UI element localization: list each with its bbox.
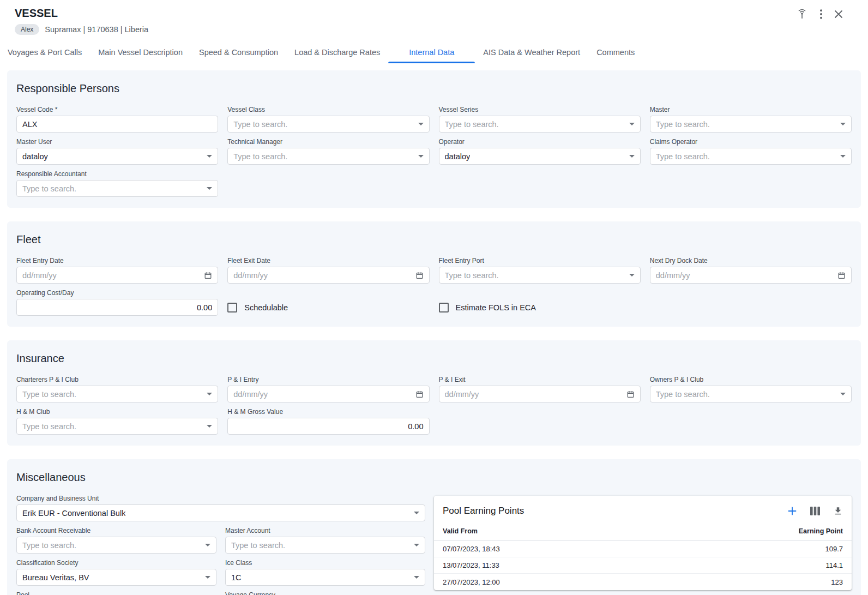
fleet-exit-date-input[interactable]: dd/mm/yy — [227, 267, 429, 284]
field-classification-society: Classification Society Bureau Veritas, B… — [16, 559, 216, 586]
chevron-down-icon — [205, 544, 210, 546]
field-claims-operator: Claims Operator Type to search. — [650, 138, 852, 165]
add-icon[interactable] — [787, 506, 797, 516]
fleet-entry-date-label: Fleet Entry Date — [16, 257, 218, 265]
owner-badge: Alex — [15, 24, 39, 35]
calendar-icon[interactable] — [415, 390, 424, 399]
cell-valid-from: 27/07/2023, 12:00 — [443, 578, 500, 586]
operator-select[interactable]: dataloy — [439, 148, 641, 165]
fleet-entry-port-select[interactable]: Type to search. — [439, 267, 641, 284]
field-schedulable: Schedulable — [227, 299, 429, 316]
close-icon[interactable] — [834, 10, 843, 19]
select-value: dataloy — [445, 152, 471, 161]
field-ice-class: Ice Class 1C — [225, 559, 425, 586]
vessel-series-select[interactable]: Type to search. — [439, 116, 641, 133]
chevron-down-icon — [418, 123, 424, 125]
technical-manager-select[interactable]: Type to search. — [227, 148, 429, 165]
master-select[interactable]: Type to search. — [650, 116, 852, 133]
schedulable-checkbox[interactable] — [227, 303, 237, 312]
company-business-unit-select[interactable]: Erik EUR - Conventional Bulk — [16, 504, 425, 521]
vessel-subtitle: Supramax | 9170638 | Liberia — [45, 25, 148, 34]
fleet-entry-date-input[interactable]: dd/mm/yy — [16, 267, 218, 284]
classification-society-label: Classification Society — [16, 559, 216, 567]
charterers-pi-club-select[interactable]: Type to search. — [16, 386, 218, 402]
date-placeholder: dd/mm/yy — [656, 271, 690, 280]
field-owners-pi-club: Owners P & I Club Type to search. — [650, 376, 852, 402]
bank-account-receivable-select[interactable]: Type to search. — [16, 537, 216, 554]
pi-entry-label: P & I Entry — [227, 376, 429, 383]
calendar-icon[interactable] — [837, 271, 846, 280]
pi-exit-date-input[interactable]: dd/mm/yy — [439, 386, 641, 402]
ice-class-label: Ice Class — [225, 559, 425, 567]
download-icon[interactable] — [833, 506, 843, 516]
field-vessel-code: Vessel Code * — [16, 106, 218, 133]
select-value: Bureau Veritas, BV — [22, 573, 89, 582]
date-placeholder: dd/mm/yy — [233, 271, 268, 280]
calendar-icon[interactable] — [415, 271, 424, 280]
date-placeholder: dd/mm/yy — [445, 390, 479, 399]
tab-ais-data-weather-report[interactable]: AIS Data & Weather Report — [475, 41, 588, 63]
tab-speed-consumption[interactable]: Speed & Consumption — [191, 41, 286, 63]
cell-valid-from: 13/07/2023, 11:33 — [443, 561, 499, 569]
select-value: Erik EUR - Conventional Bulk — [22, 509, 125, 518]
cell-earning-point: 123 — [831, 578, 843, 586]
master-account-select[interactable]: Type to search. — [225, 537, 425, 554]
table-row[interactable]: 27/07/2023, 12:00 123 — [434, 574, 852, 590]
calendar-icon[interactable] — [626, 390, 635, 399]
estimate-fols-in-eca-checkbox[interactable] — [439, 303, 449, 312]
chevron-down-icon — [414, 544, 419, 546]
section-miscellaneous: Miscellaneous Company and Business Unit … — [7, 459, 861, 595]
columns-icon[interactable] — [810, 507, 820, 515]
date-placeholder: dd/mm/yy — [233, 390, 268, 399]
table-row[interactable]: 13/07/2023, 11:33 114.1 — [434, 557, 852, 574]
field-vessel-class: Vessel Class Type to search. — [227, 106, 429, 133]
chevron-down-icon — [414, 576, 419, 579]
vessel-code-input[interactable] — [16, 116, 218, 133]
pi-entry-date-input[interactable]: dd/mm/yy — [227, 386, 429, 402]
header: VESSEL Alex Supramax | 9170638 | Liberia — [0, 0, 868, 35]
master-user-select[interactable]: dataloy — [16, 148, 218, 165]
vessel-summary: Alex Supramax | 9170638 | Liberia — [15, 24, 853, 35]
classification-society-select[interactable]: Bureau Veritas, BV — [16, 569, 216, 586]
hm-club-select[interactable]: Type to search. — [16, 418, 218, 435]
antenna-icon[interactable] — [796, 8, 808, 20]
field-pool: Pool Dry — [16, 591, 216, 595]
select-placeholder: Type to search. — [656, 390, 710, 399]
tab-main-vessel-description[interactable]: Main Vessel Description — [90, 41, 191, 63]
tab-load-discharge-rates[interactable]: Load & Discharge Rates — [286, 41, 388, 63]
section-title: Responsible Persons — [16, 82, 852, 95]
chevron-down-icon — [629, 123, 635, 125]
hm-gross-value-input[interactable] — [227, 418, 429, 435]
pool-label: Pool — [16, 591, 216, 595]
vessel-class-select[interactable]: Type to search. — [227, 116, 429, 133]
tab-comments[interactable]: Comments — [588, 41, 643, 63]
responsible-accountant-select[interactable]: Type to search. — [16, 180, 218, 197]
operating-cost-day-input[interactable] — [16, 299, 218, 316]
claims-operator-label: Claims Operator — [650, 138, 852, 146]
ice-class-select[interactable]: 1C — [225, 569, 425, 586]
select-placeholder: Type to search. — [22, 422, 76, 431]
calendar-icon[interactable] — [204, 271, 212, 280]
chevron-down-icon — [207, 155, 212, 158]
select-placeholder: Type to search. — [233, 152, 287, 161]
kebab-menu-icon[interactable] — [820, 9, 822, 19]
vessel-class-label: Vessel Class — [227, 106, 429, 113]
tab-internal-data[interactable]: Internal Data — [388, 41, 475, 63]
field-charterers-pi-club: Charterers P & I Club Type to search. — [16, 376, 218, 402]
tab-voyages-port-calls[interactable]: Voyages & Port Calls — [0, 41, 90, 63]
field-master-account: Master Account Type to search. — [225, 527, 425, 554]
master-account-label: Master Account — [225, 527, 425, 534]
owners-pi-club-select[interactable]: Type to search. — [650, 386, 852, 402]
next-dry-dock-date-input[interactable]: dd/mm/yy — [650, 267, 852, 284]
field-fleet-entry-port: Fleet Entry Port Type to search. — [439, 257, 641, 284]
table-row[interactable]: 07/07/2023, 18:43 109.7 — [434, 541, 852, 557]
chevron-down-icon — [840, 123, 846, 125]
claims-operator-select[interactable]: Type to search. — [650, 148, 852, 165]
field-pi-entry: P & I Entry dd/mm/yy — [227, 376, 429, 402]
field-hm-club: H & M Club Type to search. — [16, 408, 218, 435]
owners-pi-club-label: Owners P & I Club — [650, 376, 852, 383]
field-estimate-fols-in-eca: Estimate FOLS in ECA — [439, 299, 641, 316]
chevron-down-icon — [414, 512, 419, 514]
master-user-label: Master User — [16, 138, 218, 146]
vessel-series-label: Vessel Series — [439, 106, 641, 113]
